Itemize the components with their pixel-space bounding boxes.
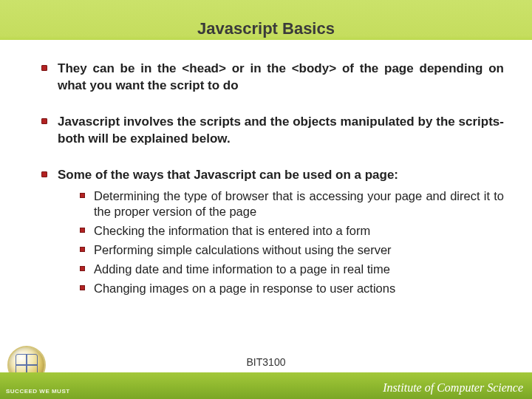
sub-list: Determining the type of browser that is … [58,188,504,297]
slide: Javascript Basics They can be in the <he… [0,0,532,399]
bullet-text: Javascript involves the scripts and the … [58,114,504,148]
motto-text: SUCCEED WE MUST [6,388,70,395]
sub-item: Performing simple calculations without u… [58,242,504,259]
bullet-item: Javascript involves the scripts and the … [41,114,504,148]
bullet-icon [41,171,47,177]
sub-item: Changing images on a page in response to… [58,281,504,297]
slide-title: Javascript Basics [0,19,532,38]
sub-text: Determining the type of browser that is … [94,188,504,221]
course-code: BIT3100 [0,356,532,368]
sub-item: Adding date and time information to a pa… [58,262,504,278]
sub-text: Checking the information that is entered… [94,223,504,239]
sub-text: Performing simple calculations without u… [94,242,504,259]
sub-bullet-icon [80,228,85,233]
sub-bullet-icon [80,193,85,198]
department-name: Institute of Computer Science [383,381,523,395]
content-area: They can be in the <head> or in the <bod… [41,61,504,299]
sub-bullet-icon [80,247,85,252]
sub-item: Determining the type of browser that is … [58,188,504,221]
sub-bullet-icon [80,266,85,271]
footer-bar: SUCCEED WE MUST Institute of Computer Sc… [0,372,532,399]
sub-bullet-icon [80,285,85,290]
sub-text: Changing images on a page in response to… [94,281,504,297]
bullet-item: Some of the ways that Javascript can be … [41,167,504,300]
bullet-icon [41,65,47,71]
bullet-text: They can be in the <head> or in the <bod… [58,61,504,95]
bullet-item: They can be in the <head> or in the <bod… [41,61,504,95]
bullet-icon [41,118,47,124]
sub-text: Adding date and time information to a pa… [94,262,504,278]
sub-item: Checking the information that is entered… [58,223,504,239]
bullet-text: Some of the ways that Javascript can be … [58,167,504,184]
